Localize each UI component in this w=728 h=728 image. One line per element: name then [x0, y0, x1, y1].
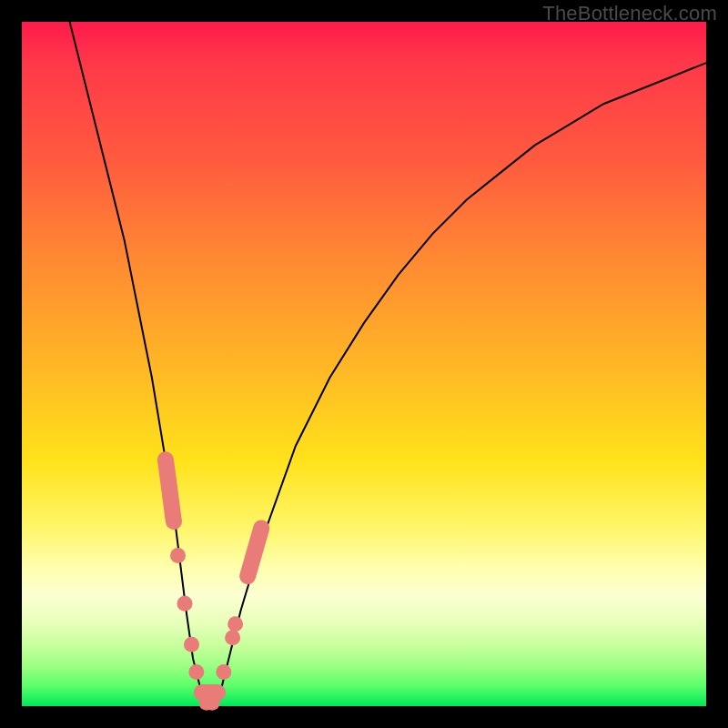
marker-point	[157, 452, 173, 468]
marker-point	[210, 685, 226, 701]
marker-point	[216, 664, 231, 680]
marker-points	[157, 452, 268, 711]
marker-point	[225, 630, 240, 645]
marker-point	[249, 534, 265, 550]
curve-svg	[22, 22, 706, 706]
marker-point	[161, 480, 177, 495]
chart-frame: TheBottleneck.com	[0, 0, 728, 728]
marker-point	[228, 616, 243, 632]
marker-point	[188, 664, 204, 680]
marker-point	[165, 507, 180, 522]
marker-point	[177, 596, 193, 612]
watermark-text: TheBottleneck.com	[542, 2, 717, 25]
marker-point	[254, 521, 269, 536]
bottleneck-curve	[70, 22, 706, 706]
plot-area	[22, 22, 706, 706]
marker-point	[240, 569, 256, 584]
marker-point	[184, 637, 199, 652]
marker-point	[246, 548, 261, 563]
marker-point	[170, 548, 186, 563]
